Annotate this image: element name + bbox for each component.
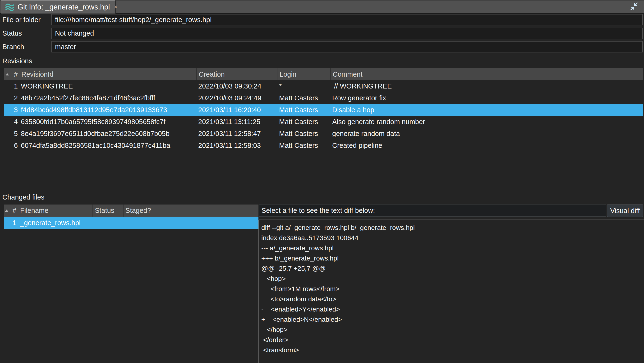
visual-diff-button[interactable]: Visual diff — [607, 204, 643, 217]
revision-row-selected[interactable]: 3 f4d84bc6d498ffdb813112d95e7da201391336… — [4, 104, 643, 116]
diff-line: diff --git a/_generate_rows.hpl b/_gener… — [261, 223, 644, 233]
diff-line: <to>random data</to> — [261, 294, 644, 304]
column-header-status[interactable]: Status — [92, 204, 123, 217]
revision-comment: generate random data — [330, 128, 643, 140]
revision-creation: 2021/03/11 12:58:47 — [196, 128, 277, 140]
diff-text-viewer[interactable]: diff --git a/_generate_rows.hpl b/_gener… — [258, 220, 644, 363]
revision-id: 635800fdd17b0a65795f58c8939749805658fc7f — [19, 116, 196, 128]
column-header-comment[interactable]: Comment — [330, 68, 643, 80]
revision-row[interactable]: 2 48b72a2b452f27fec86c4fa871df46f3ac2fbf… — [4, 92, 643, 104]
revision-comment: Also generate random number — [330, 116, 643, 128]
column-header-revisionid[interactable]: RevisionId — [19, 68, 196, 80]
revision-creation: 2022/10/03 09:30:24 — [196, 80, 277, 92]
diff-line: </order> — [261, 335, 644, 345]
revision-row[interactable]: 6 6074dfa5a8dd82586581ac10c430491877c411… — [4, 140, 643, 151]
revisions-table-header: # RevisionId Creation Login Comment — [4, 68, 643, 80]
diff-line: - <enabled>Y</enabled> — [261, 304, 644, 314]
diff-line: <hop> — [261, 273, 644, 284]
revision-num: 2 — [11, 92, 19, 104]
changed-files-section-label: Changed files — [2, 193, 44, 201]
row-gutter — [4, 128, 11, 140]
diff-line: +++ b/_generate_rows.hpl — [261, 253, 644, 263]
revision-row[interactable]: 5 8e4a195f3697e6511d0dfbae275d22e608b7b0… — [4, 128, 643, 140]
branch-label: Branch — [2, 41, 24, 53]
revision-num: 6 — [11, 140, 19, 151]
file-name: _generate_rows.hpl — [17, 217, 92, 229]
revision-num: 5 — [11, 128, 19, 140]
column-header-num[interactable]: # — [11, 68, 19, 80]
revisions-table: # RevisionId Creation Login Comment 1 WO… — [2, 68, 643, 190]
branch-field[interactable]: master — [52, 41, 642, 53]
column-header-num[interactable]: # — [9, 204, 17, 217]
hop-logo-icon — [5, 3, 14, 12]
row-gutter — [4, 92, 11, 104]
changed-files-table-header: # Filename Status Staged? — [4, 204, 258, 217]
revision-comment: // WORKINGTREE — [330, 80, 643, 92]
file-status — [92, 217, 123, 229]
revision-creation: 2021/03/11 16:20:40 — [196, 104, 277, 116]
status-label: Status — [2, 28, 22, 39]
revision-login: Matt Casters — [277, 140, 330, 151]
sort-column-header[interactable] — [4, 68, 11, 80]
sort-column-header[interactable] — [4, 204, 9, 217]
revision-comment: Disable a hop — [330, 104, 643, 116]
revision-id: 6074dfa5a8dd82586581ac10c430491877c411ba — [19, 140, 196, 151]
sort-ascending-icon — [6, 73, 9, 76]
column-header-login[interactable]: Login — [277, 68, 330, 80]
revision-login: * — [277, 80, 330, 92]
revision-num: 3 — [11, 104, 19, 116]
row-gutter — [4, 140, 11, 151]
column-header-creation[interactable]: Creation — [196, 68, 277, 80]
revision-comment: Row generator fix — [330, 92, 643, 104]
tab-git-info[interactable]: Git Info: _generate_rows.hpl × — [1, 0, 116, 14]
row-gutter — [4, 217, 9, 229]
file-or-folder-field[interactable]: file:///home/matt/test-stuff/hop2/_gener… — [52, 14, 642, 25]
revision-num: 1 — [11, 80, 19, 92]
revision-id: 8e4a195f3697e6511d0dfbae275d22e608b7b05b — [19, 128, 196, 140]
revision-id: f4d84bc6d498ffdb813112d95e7da20139133673 — [19, 104, 196, 116]
revision-comment: Created pipeline — [330, 140, 643, 151]
diff-line: --- a/_generate_rows.hpl — [261, 243, 644, 253]
revision-row[interactable]: 4 635800fdd17b0a65795f58c8939749805658fc… — [4, 116, 643, 128]
diff-line: <transform> — [261, 345, 644, 355]
revision-row[interactable]: 1 WORKINGTREE 2022/10/03 09:30:24 * // W… — [4, 80, 643, 92]
revision-login: Matt Casters — [277, 104, 330, 116]
revision-login: Matt Casters — [277, 116, 330, 128]
column-header-filename[interactable]: Filename — [17, 204, 92, 217]
row-gutter — [4, 80, 11, 92]
changed-file-row-selected[interactable]: 1 _generate_rows.hpl — [4, 217, 258, 229]
revision-creation: 2022/10/03 09:24:49 — [196, 92, 277, 104]
revisions-section-label: Revisions — [2, 57, 32, 65]
diff-line: index de3a6aa..5173593 100644 — [261, 233, 644, 243]
changed-files-table: # Filename Status Staged? 1 _generate_ro… — [2, 204, 258, 363]
tab-bar: Git Info: _generate_rows.hpl × — [0, 0, 644, 14]
file-staged — [123, 217, 258, 229]
tab-title: Git Info: _generate_rows.hpl — [18, 3, 110, 12]
diff-line: + <enabled>N</enabled> — [261, 314, 644, 324]
status-field[interactable]: Not changed — [52, 28, 642, 39]
file-num: 1 — [9, 217, 17, 229]
diff-prompt-label: Select a file to see the text diff below… — [259, 204, 606, 217]
revision-id: 48b72a2b452f27fec86c4fa871df46f3ac2fbfff — [19, 92, 196, 104]
revision-creation: 2021/03/11 12:58:03 — [196, 140, 277, 151]
revision-creation: 2021/03/11 13:11:25 — [196, 116, 277, 128]
revision-id: WORKINGTREE — [19, 80, 196, 92]
column-header-staged[interactable]: Staged? — [123, 204, 258, 217]
revision-num: 4 — [11, 116, 19, 128]
row-gutter — [4, 116, 11, 128]
revision-login: Matt Casters — [277, 128, 330, 140]
revision-login: Matt Casters — [277, 92, 330, 104]
file-or-folder-label: File or folder — [2, 14, 40, 25]
close-icon[interactable]: × — [114, 4, 117, 11]
sort-ascending-icon — [5, 209, 8, 212]
diff-line: @@ -25,7 +25,7 @@ — [261, 263, 644, 273]
diff-line: <from>1M rows</from> — [261, 284, 644, 294]
restore-view-icon[interactable] — [629, 2, 639, 11]
row-gutter — [4, 104, 11, 116]
diff-line: </hop> — [261, 324, 644, 335]
